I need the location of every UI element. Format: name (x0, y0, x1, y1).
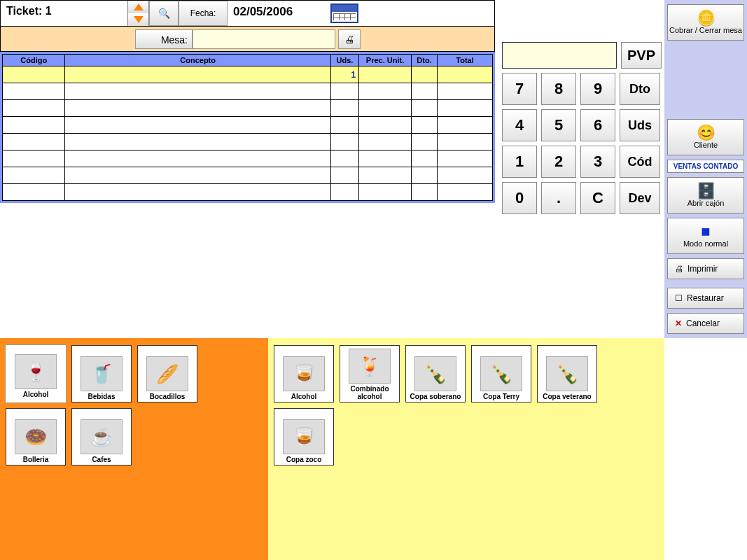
key-dev[interactable]: Dev (620, 182, 660, 214)
table-row[interactable] (3, 117, 493, 134)
family-thumb-icon: ☕ (81, 419, 123, 454)
key-dot[interactable]: . (541, 182, 576, 214)
mesa-input[interactable] (193, 29, 335, 49)
product-item-copa-terry[interactable]: 🍾Copa Terry (471, 345, 531, 402)
key-2[interactable]: 2 (541, 146, 576, 178)
cobrar-button[interactable]: 🪙 Cobrar / Cerrar mesa (667, 4, 744, 41)
table-row[interactable]: 1 (3, 66, 493, 83)
col-prec: Prec. Unit. (359, 55, 412, 66)
product-label: Copa veterano (543, 393, 591, 400)
product-thumb-icon: 🥃 (283, 356, 325, 391)
ticket-table[interactable]: Código Concepto Uds. Prec. Unit. Dto. To… (2, 54, 493, 201)
header-bar: Ticket: 1 🔍 Fecha: 02/05/2006 (0, 0, 495, 27)
product-label: Combinado alcohol (342, 385, 398, 400)
mesa-bar: Mesa: 🖨 (0, 27, 495, 52)
product-thumb-icon: 🍾 (480, 356, 522, 391)
col-concepto: Concepto (65, 55, 330, 66)
key-7[interactable]: 7 (502, 73, 537, 105)
family-thumb-icon: 🥤 (81, 356, 123, 391)
key-cod[interactable]: Cód (620, 146, 660, 178)
product-label: Copa Terry (483, 393, 519, 400)
family-item-bocadillos[interactable]: 🥖Bocadillos (137, 345, 197, 402)
col-uds: Uds. (330, 55, 358, 66)
ticket-down-button[interactable] (128, 13, 148, 26)
ventas-contado-box[interactable]: VENTAS CONTADO (667, 160, 744, 173)
calendar-button[interactable] (326, 1, 363, 26)
key-dto[interactable]: Dto (620, 73, 660, 105)
mesa-print-button[interactable]: 🖨 (338, 29, 361, 49)
table-row[interactable] (3, 83, 493, 100)
table-row[interactable] (3, 184, 493, 201)
col-codigo: Código (3, 55, 65, 66)
col-dto: Dto. (411, 55, 437, 66)
pvp-button[interactable]: PVP (621, 42, 662, 69)
smiley-icon: 😊 (697, 125, 715, 141)
product-label: Copa soberano (410, 393, 461, 400)
sidebar: 🪙 Cobrar / Cerrar mesa 😊 Cliente VENTAS … (664, 0, 747, 338)
ticket-up-button[interactable] (128, 1, 148, 13)
key-4[interactable]: 4 (502, 109, 537, 141)
modo-normal-button[interactable]: ■ Modo normal (667, 218, 744, 254)
family-label: Bebidas (88, 393, 116, 400)
cancel-icon: ✕ (675, 318, 682, 328)
families-panel: 🍷Alcohol🥤Bebidas🥖Bocadillos🍩Bolleria☕Caf… (0, 338, 268, 560)
key-c[interactable]: C (580, 182, 615, 214)
date-value: 02/05/2006 (228, 1, 326, 26)
printer-icon: 🖨 (675, 264, 683, 274)
key-6[interactable]: 6 (580, 109, 615, 141)
table-row[interactable] (3, 167, 493, 184)
product-item-alcohol[interactable]: 🥃Alcohol (274, 345, 334, 402)
ticket-table-wrap: Código Concepto Uds. Prec. Unit. Dto. To… (0, 52, 495, 203)
restaurar-button[interactable]: ☐ Restaurar (667, 288, 744, 309)
cancelar-button[interactable]: ✕ Cancelar (667, 313, 744, 334)
product-panels: 🍷Alcohol🥤Bebidas🥖Bocadillos🍩Bolleria☕Caf… (0, 338, 747, 560)
product-thumb-icon: 🍾 (546, 356, 588, 391)
table-row[interactable] (3, 150, 493, 167)
family-item-bolleria[interactable]: 🍩Bolleria (6, 408, 66, 465)
family-label: Cafes (92, 456, 111, 463)
drawer-icon: 🗄️ (697, 183, 715, 199)
key-5[interactable]: 5 (541, 109, 576, 141)
key-0[interactable]: 0 (502, 182, 537, 214)
keypad: PVP 7 8 9 Dto 4 5 6 Uds 1 2 3 Cód 0 . C … (495, 0, 664, 338)
table-row[interactable] (3, 100, 493, 117)
product-label: Copa zoco (286, 456, 322, 463)
product-item-combinado-alcohol[interactable]: 🍹Combinado alcohol (340, 345, 400, 402)
square-icon: ■ (701, 224, 710, 239)
ticket-search-button[interactable]: 🔍 (149, 1, 179, 26)
keypad-display[interactable] (502, 42, 617, 69)
product-item-copa-soberano[interactable]: 🍾Copa soberano (405, 345, 466, 402)
family-item-alcohol[interactable]: 🍷Alcohol (6, 345, 66, 402)
key-8[interactable]: 8 (541, 73, 576, 105)
calendar-icon (330, 4, 358, 23)
family-item-cafes[interactable]: ☕Cafes (71, 408, 132, 465)
family-label: Bocadillos (150, 393, 186, 400)
family-thumb-icon: 🍷 (15, 354, 57, 389)
table-row[interactable] (3, 134, 493, 150)
family-label: Alcohol (23, 391, 49, 398)
mesa-label: Mesa: (135, 29, 193, 49)
ticket-label: Ticket: 1 (1, 1, 128, 26)
product-item-copa-veterano[interactable]: 🍾Copa veterano (537, 345, 597, 402)
col-total: Total (438, 55, 493, 66)
fecha-button[interactable]: Fecha: (179, 1, 228, 26)
imprimir-button[interactable]: 🖨 Imprimir (667, 258, 744, 279)
key-uds[interactable]: Uds (620, 109, 660, 141)
family-item-bebidas[interactable]: 🥤Bebidas (71, 345, 132, 402)
abrir-cajon-button[interactable]: 🗄️ Abrir cajón (667, 177, 744, 214)
family-thumb-icon: 🍩 (15, 419, 57, 454)
product-thumb-icon: 🍾 (414, 356, 456, 391)
key-3[interactable]: 3 (580, 146, 615, 178)
key-9[interactable]: 9 (580, 73, 615, 105)
checkbox-icon: ☐ (675, 293, 683, 303)
product-item-copa-zoco[interactable]: 🥃Copa zoco (274, 408, 334, 465)
cliente-button[interactable]: 😊 Cliente (667, 119, 744, 155)
products-panel: 🥃Alcohol🍹Combinado alcohol🍾Copa soberano… (268, 338, 664, 560)
product-label: Alcohol (291, 393, 317, 400)
family-label: Bolleria (23, 456, 49, 463)
product-thumb-icon: 🥃 (283, 419, 325, 454)
family-thumb-icon: 🥖 (146, 356, 188, 391)
product-thumb-icon: 🍹 (349, 349, 391, 384)
coins-icon: 🪙 (697, 10, 715, 26)
key-1[interactable]: 1 (502, 146, 537, 178)
